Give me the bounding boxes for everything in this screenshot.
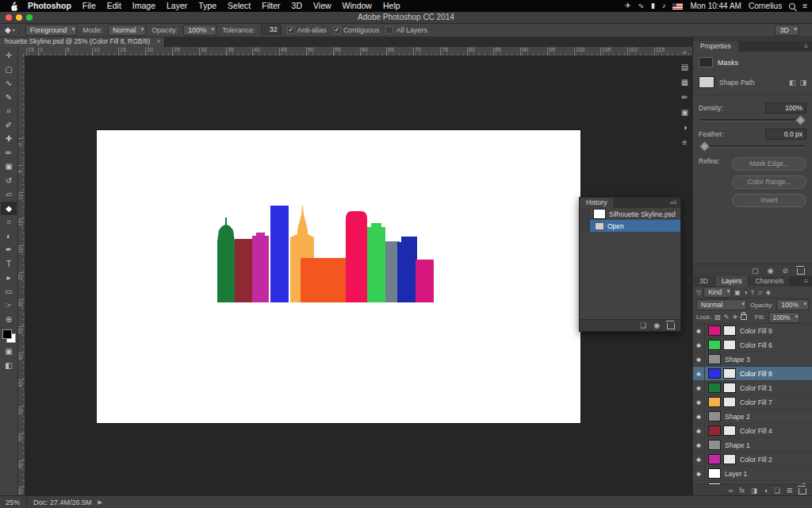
screen-mode-button[interactable]: ◧ (1, 359, 17, 373)
feather-slider[interactable] (700, 145, 805, 148)
layer-mask-thumbnail[interactable] (723, 325, 736, 336)
panel-collapse-icon[interactable]: « (683, 48, 687, 56)
blend-mode-select[interactable]: Normal (696, 299, 747, 310)
layer-color-thumbnail[interactable] (708, 454, 721, 464)
layer-visibility-toggle[interactable]: ◉ (693, 395, 705, 409)
layer-mask-thumbnail[interactable] (723, 397, 736, 407)
layer-visibility-toggle[interactable]: ◉ (693, 352, 705, 366)
layer-style-icon[interactable]: fx (739, 487, 745, 495)
layer-mask-thumbnail[interactable] (723, 368, 736, 379)
new-layer-icon[interactable]: ⊞ (787, 487, 792, 495)
window-titlebar[interactable]: Adobe Photoshop CC 2014 (0, 12, 812, 24)
menu-edit[interactable]: Edit (102, 1, 127, 10)
opacity-select[interactable]: 100% (183, 25, 216, 36)
close-window-button[interactable] (6, 14, 12, 21)
quick-mask-button[interactable]: ▣ (1, 344, 17, 359)
airplay-icon[interactable]: ✈ (625, 0, 631, 12)
layer-row-color-fill-8[interactable]: ◉Color Fill 8 (693, 367, 812, 381)
minimize-window-button[interactable] (16, 14, 22, 21)
new-group-icon[interactable]: ❏ (774, 487, 780, 495)
lock-pixels-icon[interactable]: ✎ (724, 314, 730, 321)
status-flyout-icon[interactable]: ▶ (98, 499, 102, 506)
layer-opacity-select[interactable]: 100% (776, 299, 809, 310)
panel-menu-icon[interactable]: ≡ (804, 41, 812, 52)
feather-value[interactable]: 0.0 px (765, 129, 806, 140)
menubar-user[interactable]: Cornelius (749, 2, 782, 10)
layer-mask-thumbnail[interactable] (723, 454, 736, 464)
layer-row-color-fill-9[interactable]: ◉Color Fill 9 (693, 324, 812, 338)
vector-mask-icon[interactable]: ◨ (799, 79, 806, 87)
layer-color-thumbnail[interactable] (708, 425, 721, 436)
layer-visibility-toggle[interactable]: ◉ (693, 452, 705, 466)
new-snapshot-icon[interactable]: ◉ (653, 321, 660, 329)
brush-tool[interactable]: ✏ (1, 146, 17, 160)
checkbox-all-layers[interactable]: All Layers (385, 26, 427, 34)
new-document-from-state-icon[interactable]: ❏ (640, 321, 646, 329)
type-tool[interactable]: T (1, 257, 17, 271)
paint-bucket-tool[interactable]: ◆ (1, 202, 17, 216)
color-range-button[interactable]: Color Range... (732, 175, 806, 189)
document-tab[interactable]: houette Skyline.psd @ 25% (Color Fill 8,… (0, 37, 165, 47)
quick-selection-tool[interactable]: ✎ (1, 90, 17, 105)
path-selection-tool[interactable]: ▸ (1, 271, 17, 285)
layer-color-thumbnail[interactable] (708, 397, 721, 407)
pen-tool[interactable]: ✒ (1, 243, 17, 257)
menu-window[interactable]: Window (337, 1, 377, 10)
eyedropper-tool[interactable]: ✐ (1, 118, 17, 133)
link-layers-icon[interactable]: ∞ (728, 487, 733, 495)
color-panel-icon[interactable]: ▤ (681, 63, 688, 71)
delete-layer-icon[interactable] (799, 488, 806, 495)
zoom-tool[interactable]: ⊕ (1, 313, 17, 327)
lock-position-icon[interactable]: ✛ (732, 314, 737, 321)
layer-visibility-toggle[interactable]: ◉ (693, 324, 705, 337)
filter-adjustment-layers-icon[interactable]: ◑ (744, 289, 748, 296)
tab-channels[interactable]: Channels (749, 276, 791, 287)
layer-row-color-fill-7[interactable]: ◉Color Fill 7 (693, 395, 812, 410)
swatches-panel-icon[interactable]: ▦ (681, 78, 688, 87)
panel-menu-icon[interactable]: «≡ (670, 198, 680, 208)
dodge-tool[interactable]: ◐ (1, 229, 17, 244)
shape-tool[interactable]: ▭ (1, 285, 17, 299)
brush-panel-icon[interactable]: ✏ (681, 93, 688, 102)
mask-edge-button[interactable]: Mask Edge... (732, 157, 806, 171)
mode-select[interactable]: Normal (108, 25, 146, 36)
layer-visibility-toggle[interactable]: ◉ (693, 410, 705, 423)
layer-mask-thumbnail[interactable] (723, 383, 736, 393)
layer-row-shape-1[interactable]: ◉Shape 1 (693, 438, 812, 452)
invert-button[interactable]: Invert (732, 194, 806, 207)
filter-kind-select[interactable]: Kind (703, 287, 732, 298)
blur-tool[interactable]: ○ (1, 215, 17, 229)
eraser-tool[interactable]: ▱ (1, 187, 17, 202)
checkbox-contiguous[interactable]: ✓Contiguous (333, 26, 380, 34)
clone-stamp-tool[interactable]: ▣ (1, 160, 17, 174)
menu-view[interactable]: View (308, 1, 337, 10)
layer-color-thumbnail[interactable] (708, 368, 721, 379)
input-source-flag-icon[interactable] (672, 3, 683, 10)
layer-thumbnail[interactable] (708, 468, 721, 479)
density-slider[interactable] (700, 119, 805, 121)
move-tool[interactable]: ✛ (1, 48, 17, 63)
history-state-open[interactable]: Open (580, 220, 680, 232)
tolerance-input[interactable]: 32 (261, 25, 282, 35)
foreground-color-swatch[interactable] (2, 329, 12, 339)
history-brush-source-cell[interactable] (580, 220, 590, 232)
filter-smart-objects-icon[interactable]: ◈ (766, 289, 771, 296)
checkbox-box[interactable] (385, 26, 393, 34)
workspace-switcher[interactable]: 3D (775, 25, 799, 36)
tool-preset-picker[interactable]: ◆▾ (5, 25, 20, 34)
history-state-silhouette-skyline-psd[interactable]: Silhouette Skyline.psd (580, 208, 680, 220)
menu-3d[interactable]: 3D (286, 1, 308, 10)
adjustments-panel-icon[interactable]: ◑ (682, 123, 687, 132)
add-layer-mask-icon[interactable]: ◨ (751, 487, 757, 495)
crop-tool[interactable]: ⌗ (1, 104, 17, 118)
horizontal-ruler[interactable]: 1505101520253035404550556065707580859095… (17, 47, 693, 56)
zoom-window-button[interactable] (26, 14, 33, 21)
layer-visibility-toggle[interactable]: ◉ (693, 438, 705, 452)
menu-layer[interactable]: Layer (161, 1, 193, 10)
delete-state-icon[interactable] (667, 323, 675, 329)
layer-row-layer-1[interactable]: ◉Layer 1 (693, 467, 812, 481)
history-brush-tool[interactable]: ↺ (1, 174, 17, 188)
layer-thumbnail[interactable] (708, 440, 721, 450)
spotlight-icon[interactable] (789, 3, 795, 10)
load-selection-from-mask-icon[interactable]: ▢ (752, 267, 759, 275)
